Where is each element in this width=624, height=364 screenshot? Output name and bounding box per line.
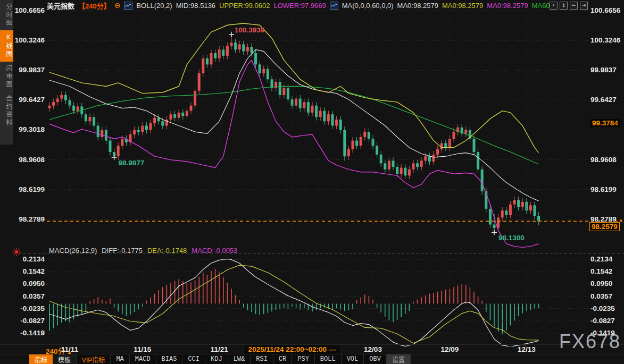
selected-candle-time: 2025/11/24 22:00~02:00 — [245, 345, 340, 354]
current-price-badge: 98.2579 [589, 222, 620, 231]
macd-axis-label-right: -0.1419 [590, 329, 615, 337]
toolbar-tab-设置[interactable]: 设置 [387, 354, 411, 364]
time-tick-label: 12/13 [518, 345, 536, 353]
price-axis-label-right: 99.6427 [590, 96, 617, 104]
price-axis-label-left: 98.9608 [0, 156, 45, 164]
toolbar-tab-CR[interactable]: CR [273, 354, 292, 364]
alert-dot-icon[interactable] [12, 248, 21, 258]
price-chart-canvas[interactable] [0, 0, 624, 364]
toolbar-tab-RSI[interactable]: RSI [251, 354, 273, 364]
price-axis-label-right: 100.6656 [590, 6, 620, 14]
toolbar-tab-OBV[interactable]: OBV [364, 354, 387, 364]
toolbar-tab-KDJ[interactable]: KDJ [205, 354, 228, 364]
time-tick-label: 12/03 [364, 345, 382, 353]
fit-horizontal-icon[interactable]: ↦ [570, 2, 578, 10]
fit-vertical-icon[interactable]: ↥ [560, 2, 568, 10]
time-tick-label: 11/21 [211, 345, 228, 353]
macd-diff-value: DIFF:-0.1775 [102, 247, 143, 255]
boll-name: BOLL(20,2) [136, 2, 172, 10]
pop-out-icon[interactable]: ⇥ [580, 2, 588, 10]
period-label: 【240分】 [78, 1, 111, 11]
macd-axis-label-left: -0.1419 [0, 329, 45, 337]
boll-lower-value: LOWER:97.9669 [274, 2, 326, 10]
sidebar-item-chart-type[interactable]: 合约资料 [0, 92, 13, 130]
crosshair-icon[interactable]: + [550, 2, 558, 10]
ma-name: MA(0,0,0,60,0,0) [342, 2, 394, 10]
macd-axis-label-right: 0.2134 [590, 255, 612, 263]
toolbar-tab-BOLL[interactable]: BOLL [315, 354, 342, 364]
price-axis-label-right: 100.3246 [590, 36, 620, 44]
indicator-legend-bar: 美元指数 【240分】 ⊖ BOLL(20,2) MID:98.5136 UPP… [47, 1, 555, 10]
time-tick-label: 12/09 [440, 345, 459, 353]
macd-legend: MACD(26,12,9) DIFF:-0.1775 DEA:-0.1748 M… [49, 247, 237, 255]
macd-dea-value: DEA:-0.1748 [147, 247, 187, 255]
price-annotation: 98.9877 [119, 159, 145, 167]
price-annotation: 98.1300 [498, 234, 525, 242]
toolbar-tab-LW&[interactable]: LW& [228, 354, 251, 364]
toolbar-tab-MACD[interactable]: MACD [130, 354, 156, 364]
macd-axis-label-left: -0.0235 [0, 304, 45, 312]
price-axis-label-left: 98.2789 [0, 215, 45, 223]
boll-mid-value: MID:98.5136 [176, 2, 215, 10]
time-tick-label: 11/15 [134, 345, 151, 353]
toolbar-tab-VOL[interactable]: VOL [342, 354, 364, 364]
ma0-yellow-value: MA0:98.2579 [442, 2, 483, 10]
toolbar-tab-VIP指标[interactable]: VIP指标 [77, 354, 111, 364]
toolbar-tab-BIAS[interactable]: BIAS [156, 354, 183, 364]
macd-axis-label-left: 0.1542 [0, 267, 45, 275]
price-axis-badge-right: 99.3784 [590, 119, 620, 127]
price-annotation: 100.3939 [235, 26, 264, 34]
macd-axis-label-left: 0.2134 [0, 255, 45, 263]
price-axis-label-right: 98.9608 [590, 156, 617, 164]
macd-axis-label-left: -0.0827 [0, 317, 45, 325]
macd-axis-label-right: 0.0357 [590, 292, 612, 300]
toolbar-tab-指标[interactable]: 指标 [29, 354, 53, 364]
macd-macd-value: MACD:-0.0053 [192, 247, 237, 255]
price-axis-label-right: 99.9837 [590, 66, 617, 74]
sidebar-item-active[interactable]: K线图 [0, 30, 13, 62]
sidebar-item-chart-type[interactable]: 闪电图 [0, 62, 13, 92]
ma-indicator-icon[interactable] [330, 2, 338, 10]
price-axis-label-right: 98.6199 [590, 185, 617, 193]
macd-axis-label-right: -0.0827 [590, 317, 615, 325]
toolbar-tab-CCI[interactable]: CCI [182, 354, 205, 364]
time-axis: 240分 ▲ 2025/11/24 22:00~02:00 — 11/1111/… [0, 345, 624, 354]
indicator-toolbar: 指标模板VIP指标MAMACDBIASCCIKDJLW&RSICRPSYBOLL… [29, 354, 411, 364]
boll-upper-value: UPPER:99.0602 [219, 2, 270, 10]
ma0-white-value: MA0:98.2579 [397, 2, 438, 10]
trading-app-window: 分时图K线图闪电图合约资料 美元指数 【240分】 ⊖ BOLL(20,2) M… [0, 0, 624, 364]
macd-axis-label-right: 0.0950 [590, 280, 612, 287]
macd-axis-label-right: -0.0235 [590, 304, 615, 312]
toolbar-tab-PSY[interactable]: PSY [292, 354, 315, 364]
boll-indicator-icon[interactable] [124, 2, 132, 10]
sidebar-item-chart-type[interactable]: 分时图 [0, 0, 13, 30]
symbol-title: 美元指数 [47, 1, 74, 11]
macd-axis-label-left: 0.0950 [0, 280, 45, 287]
macd-name: MACD(26,12,9) [49, 247, 97, 255]
toolbar-tab-MA[interactable]: MA [111, 354, 129, 364]
toolbar-tab-模板[interactable]: 模板 [53, 354, 77, 364]
chart-type-sidebar: 分时图K线图闪电图合约资料 [0, 0, 13, 145]
zoom-out-icon[interactable]: ⊖ [114, 2, 121, 9]
macd-axis-label-right: 0.1542 [590, 267, 612, 275]
chart-tools: +↥↦⇥ [550, 2, 588, 10]
macd-axis-label-left: 0.0357 [0, 292, 45, 300]
price-axis-label-left: 98.6199 [0, 185, 45, 193]
ma0-magenta-value: MA0:98.2579 [487, 2, 528, 10]
time-tick-label: 11/11 [61, 345, 78, 353]
